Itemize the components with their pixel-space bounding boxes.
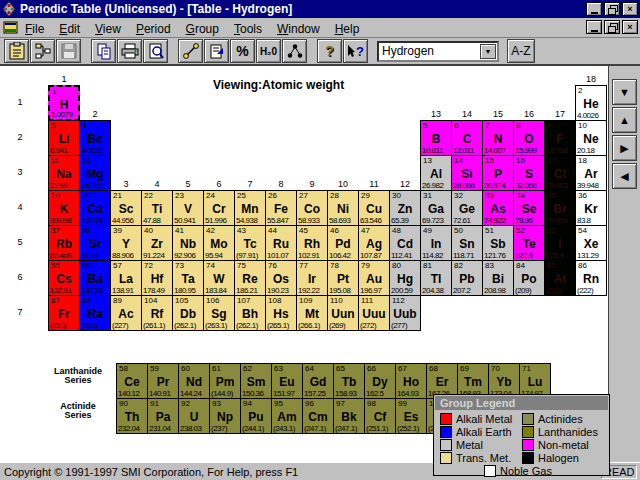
element-cell-Cu[interactable]: 29Cu63.546 [358,190,390,226]
element-combobox[interactable]: Hydrogen ▼ [377,41,499,62]
element-cell-B[interactable]: 5B10.811 [420,120,452,156]
element-cell-Al[interactable]: 13Al26.982 [420,155,452,191]
element-cell-Na[interactable]: 11Na22.99 [48,155,80,191]
element-cell-H[interactable]: 1H1.0079 [48,85,80,121]
element-cell-Cd[interactable]: 48Cd112.41 [389,225,421,261]
nav-right-button[interactable]: ▶ [612,135,637,161]
element-cell-Ba[interactable]: 56Ba137.33 [79,260,111,296]
element-cell-Ca[interactable]: 20Ca40.078 [79,190,111,226]
element-cell-Db[interactable]: 105Db(262.1) [172,295,204,331]
element-cell-Cr[interactable]: 24Cr51.996 [203,190,235,226]
element-cell-Os[interactable]: 76Os190.23 [265,260,297,296]
element-cell-P[interactable]: 15P30.974 [482,155,514,191]
element-cell-Uub[interactable]: 112Uub(277) [389,295,421,331]
element-cell-Po[interactable]: 84Po(209) [513,260,545,296]
element-cell-Cl[interactable]: 17Cl35.453 [544,155,576,191]
nav-down-button[interactable]: ▼ [612,79,637,105]
element-cell-Kr[interactable]: 36Kr83.8 [575,190,607,226]
element-cell-Pt[interactable]: 78Pt195.08 [327,260,359,296]
properties-button[interactable] [204,39,229,63]
element-cell-Mt[interactable]: 109Mt(266.1) [296,295,328,331]
element-cell-Sr[interactable]: 38Sr87.62 [79,225,111,261]
menu-view[interactable]: View [95,22,121,36]
element-cell-I[interactable]: 53I126.9 [544,225,576,261]
element-cell-Ni[interactable]: 28Ni58.693 [327,190,359,226]
element-cell-Hs[interactable]: 108Hs(265.1) [265,295,297,331]
menu-tools[interactable]: Tools [234,22,262,36]
child-close-button[interactable]: × [622,20,638,34]
element-cell-Ho[interactable]: 67Ho164.93 [395,363,427,399]
element-cell-Fe[interactable]: 26Fe55.847 [265,190,297,226]
element-cell-La[interactable]: 57La138.91 [110,260,142,296]
element-cell-Sg[interactable]: 106Sg(263.1) [203,295,235,331]
child-minimize-button[interactable] [586,20,602,34]
menu-group[interactable]: Group [186,22,219,36]
element-cell-Ga[interactable]: 31Ga69.723 [420,190,452,226]
element-cell-Rf[interactable]: 104Rf(261.1) [141,295,173,331]
element-cell-At[interactable]: 85At(210) [544,260,576,296]
child-restore-button[interactable] [604,20,620,34]
element-cell-Zn[interactable]: 30Zn65.39 [389,190,421,226]
minimize-button[interactable] [586,2,602,16]
element-cell-Nd[interactable]: 60Nd144.24 [178,363,210,399]
context-help-button[interactable]: ? [343,39,368,63]
element-cell-Ge[interactable]: 32Ge72.61 [451,190,483,226]
element-cell-Ac[interactable]: 89Ac(227) [110,295,142,331]
element-cell-He[interactable]: 2He4.0026 [575,85,607,121]
element-cell-O[interactable]: 8O15.999 [513,120,545,156]
element-cell-Dy[interactable]: 66Dy162.5 [364,363,396,399]
element-cell-Cs[interactable]: 55Cs132.91 [48,260,80,296]
element-cell-Es[interactable]: 99Es(252.1) [395,398,427,434]
bond-tool-button[interactable] [178,39,203,63]
combobox-dropdown-button[interactable]: ▼ [480,44,496,59]
element-cell-Mn[interactable]: 25Mn54.938 [234,190,266,226]
element-cell-Th[interactable]: 90Th232.04 [116,398,148,434]
element-cell-Gd[interactable]: 64Gd157.25 [302,363,334,399]
close-button[interactable]: × [622,2,638,16]
element-cell-Uun[interactable]: 110Uun(269) [327,295,359,331]
element-cell-V[interactable]: 23V50.941 [172,190,204,226]
element-cell-Ti[interactable]: 22Ti47.88 [141,190,173,226]
element-cell-Be[interactable]: 4Be9.0122 [79,120,111,156]
menu-help[interactable]: Help [335,22,360,36]
sort-az-button[interactable]: A-Z [507,39,535,63]
element-cell-Ta[interactable]: 73Ta180.95 [172,260,204,296]
water-button[interactable]: H₂0 [256,39,281,63]
menu-file[interactable]: File [25,22,44,36]
element-cell-Se[interactable]: 34Se78.96 [513,190,545,226]
element-cell-Hf[interactable]: 72Hf178.49 [141,260,173,296]
help-button[interactable]: ? [317,39,342,63]
element-cell-Ra[interactable]: 88Ra(226) [79,295,111,331]
element-cell-Hg[interactable]: 80Hg200.59 [389,260,421,296]
element-cell-Sm[interactable]: 62Sm150.36 [240,363,272,399]
element-cell-Re[interactable]: 75Re186.21 [234,260,266,296]
element-cell-Si[interactable]: 14Si28.086 [451,155,483,191]
element-cell-Ag[interactable]: 47Ag107.87 [358,225,390,261]
element-cell-In[interactable]: 49In114.82 [420,225,452,261]
element-cell-As[interactable]: 33As74.922 [482,190,514,226]
element-cell-Uuu[interactable]: 111Uuu(272) [358,295,390,331]
element-cell-Pr[interactable]: 59Pr140.91 [147,363,179,399]
element-cell-Nb[interactable]: 41Nb92.906 [172,225,204,261]
menu-window[interactable]: Window [277,22,320,36]
group-legend-window[interactable]: Group Legend Alkali MetalAlkali EarthMet… [433,394,610,476]
element-cell-Tc[interactable]: 43Tc(97.91) [234,225,266,261]
nav-up-button[interactable]: ▲ [612,107,637,133]
element-cell-Rb[interactable]: 37Rb85.468 [48,225,80,261]
element-cell-N[interactable]: 7N14.007 [482,120,514,156]
element-cell-Br[interactable]: 35Br79.904 [544,190,576,226]
save-button[interactable] [56,39,81,63]
print-preview-button[interactable] [143,39,168,63]
copy-button[interactable] [91,39,116,63]
element-cell-Bi[interactable]: 83Bi208.98 [482,260,514,296]
element-cell-K[interactable]: 19K39.098 [48,190,80,226]
print-button[interactable] [117,39,142,63]
restore-button[interactable] [604,2,620,16]
element-cell-Zr[interactable]: 40Zr91.224 [141,225,173,261]
element-cell-Tl[interactable]: 81Tl204.38 [420,260,452,296]
element-cell-Sb[interactable]: 51Sb121.76 [482,225,514,261]
element-cell-Pd[interactable]: 46Pd106.42 [327,225,359,261]
element-cell-C[interactable]: 6C12.011 [451,120,483,156]
element-cell-Cm[interactable]: 96Cm(247.1) [302,398,334,434]
element-cell-Pm[interactable]: 61Pm(144.9) [209,363,241,399]
